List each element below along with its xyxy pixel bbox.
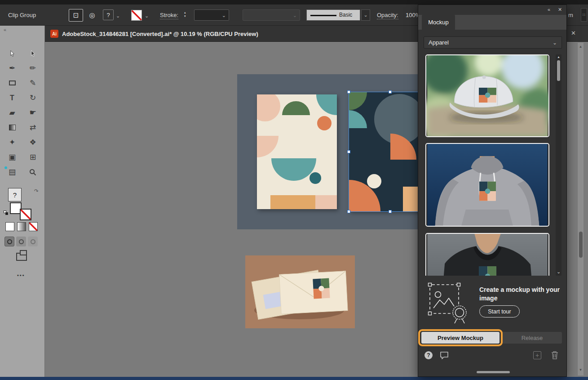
stepper-down-icon[interactable]: ▾ — [184, 14, 186, 18]
variable-width-dropdown: ⌄ — [243, 9, 300, 21]
document-title[interactable]: AdobeStock_314846281 [Converted].ai* @ 1… — [62, 31, 258, 37]
draw-inside-mode-button[interactable] — [28, 237, 38, 246]
style-preset-chevron-icon[interactable]: ⌄ — [116, 13, 120, 18]
graph-accent-dot — [4, 166, 7, 169]
eraser-tool[interactable]: ▰ — [2, 105, 22, 120]
thumbnail-tshirt-mockup[interactable] — [425, 233, 549, 276]
stepper-up-icon[interactable]: ▴ — [184, 11, 186, 14]
panel-scrollbar[interactable]: ▴ ⌄ — [556, 54, 561, 276]
paintbrush-tool[interactable]: ✎ — [22, 76, 43, 90]
scroll-up-icon[interactable]: ▴ — [578, 44, 584, 49]
release-button[interactable]: Release — [502, 332, 562, 344]
cta-text: Create a mockup with your image — [479, 286, 561, 303]
color-button[interactable] — [5, 222, 14, 231]
gradient-tool[interactable] — [2, 120, 22, 135]
brush-definition-field[interactable]: Basic — [306, 9, 360, 21]
stroke-width-chevron-icon: ⌄ — [222, 13, 226, 18]
selection-handle-bottom-left[interactable] — [347, 210, 350, 213]
scroll-down-icon[interactable]: ▾ — [578, 367, 584, 372]
panel-scroll-thumb[interactable] — [557, 60, 560, 81]
eyedropper-tool[interactable]: ✦ — [2, 135, 22, 150]
stroke-swatch[interactable] — [20, 209, 31, 220]
blend-tool[interactable]: ❖ — [22, 135, 43, 150]
selection-arrow-icon — [9, 50, 15, 57]
target-button[interactable]: ◎ — [85, 9, 99, 22]
missing-tool-placeholder[interactable]: ? — [8, 188, 22, 201]
category-value: Apparel — [429, 39, 449, 46]
context-label: Clip Group — [8, 12, 36, 18]
none-button[interactable] — [29, 222, 38, 231]
default-fill-stroke-icon[interactable] — [4, 210, 8, 215]
rotate-tool[interactable]: ↻ — [22, 90, 43, 105]
envelope-mockup-image[interactable] — [245, 255, 355, 328]
canvas-vertical-scrollbar[interactable]: ▴ ▾ — [577, 43, 584, 376]
screen-mode-button[interactable] — [16, 253, 31, 264]
question-icon: ? — [106, 12, 110, 18]
brush-dropdown-button[interactable]: ⌄ — [361, 9, 370, 21]
target-icon: ◎ — [89, 11, 95, 19]
scrollbar-thumb[interactable] — [579, 232, 583, 258]
draw-behind-mode-button[interactable] — [16, 237, 26, 246]
brush-name-label: Basic — [339, 12, 352, 18]
tab-mockup[interactable]: Mockup — [422, 15, 455, 30]
curvature-tool[interactable]: ✏ — [22, 61, 43, 76]
zoom-tool[interactable] — [22, 165, 43, 179]
selection-handle-top-mid[interactable] — [389, 90, 392, 94]
panel-horizontal-scrollbar[interactable] — [477, 371, 510, 373]
feedback-button[interactable] — [440, 351, 449, 362]
panel-scroll-up-icon[interactable]: ▴ — [556, 55, 561, 59]
dock-icon[interactable]: ∷ — [581, 8, 587, 22]
thumbnail-hoodie-mockup[interactable] — [425, 143, 549, 227]
window-top-edge — [0, 0, 588, 4]
panel-tab-strip: Mockup — [418, 15, 566, 30]
thumbnail-cap-mockup[interactable] — [425, 54, 549, 137]
direct-selection-tool[interactable] — [22, 46, 43, 61]
delete-button[interactable] — [551, 351, 558, 362]
draw-inside-icon — [31, 239, 35, 244]
selection-handle-bottom-mid[interactable] — [389, 210, 392, 213]
variable-width-chevron-icon: ⌄ — [293, 13, 297, 18]
toolbar-collapse-icon[interactable]: « — [4, 27, 6, 32]
illustrator-window: Clip Group ⊡ ◎ ? ⌄ ⌄ Stroke: ▴ ▾ ⌄ ⌄ Bas… — [0, 0, 588, 380]
preview-mockup-button[interactable]: Preview Mockup — [421, 332, 500, 344]
shape-builder-tool[interactable]: ▣ — [2, 150, 22, 165]
category-dropdown[interactable]: Apparel ⌄ — [424, 36, 562, 49]
screen-mode-icon — [16, 253, 27, 261]
panel-collapse-icon[interactable]: « — [548, 7, 550, 12]
pen-tool[interactable]: ✒ — [2, 61, 22, 76]
selection-handle-left-mid[interactable] — [347, 150, 350, 153]
tools-panel: « ✒ ✏ ✎ T ↻ ▰ ☛ ⇄ ✦ ❖ ▣ ⊞ ▤ — [0, 26, 45, 380]
artboard-tool[interactable]: ⊞ — [22, 150, 43, 165]
type-tool[interactable]: T — [2, 90, 22, 105]
stroke-width-stepper[interactable]: ▴ ▾ — [184, 11, 186, 18]
panel-scroll-down-icon[interactable]: ⌄ — [556, 269, 561, 275]
speech-bubble-icon — [440, 351, 449, 360]
draw-normal-mode-button[interactable] — [4, 237, 14, 246]
free-transform-tool[interactable]: ⇄ — [22, 120, 43, 135]
category-chevron-icon: ⌄ — [553, 40, 557, 45]
fill-none-swatch[interactable] — [131, 10, 142, 21]
fill-chevron-icon[interactable]: ⌄ — [145, 13, 149, 18]
panel-close-icon[interactable]: ✕ — [558, 7, 562, 13]
style-preset-button[interactable]: ? — [103, 9, 114, 20]
document-close-icon[interactable]: ✕ — [571, 30, 576, 36]
selection-handle-top-left[interactable] — [347, 90, 350, 94]
gradient-button[interactable] — [17, 222, 26, 231]
add-mockup-button[interactable]: + — [533, 351, 541, 359]
draw-behind-icon — [19, 239, 24, 244]
bounding-box-button[interactable]: ⊡ — [69, 9, 83, 22]
help-button[interactable]: ? — [424, 351, 433, 359]
direct-selection-arrow-icon — [30, 50, 36, 57]
stroke-width-dropdown[interactable]: ⌄ — [194, 9, 229, 21]
hand-tool[interactable]: ☛ — [22, 105, 43, 120]
swap-fill-stroke-icon[interactable]: ↷ — [34, 188, 39, 194]
start-tour-button[interactable]: Start tour — [479, 305, 520, 317]
window-bottom-edge — [0, 377, 588, 380]
poster-artwork-left[interactable] — [257, 94, 337, 209]
selection-tool[interactable] — [2, 46, 22, 61]
opacity-label[interactable]: Opacity: — [377, 12, 398, 19]
stroke-label[interactable]: Stroke: — [160, 12, 178, 19]
graph-tool[interactable]: ▤ — [2, 165, 22, 179]
edit-toolbar-icon[interactable]: ••• — [17, 273, 25, 278]
rectangle-tool[interactable] — [2, 76, 22, 90]
